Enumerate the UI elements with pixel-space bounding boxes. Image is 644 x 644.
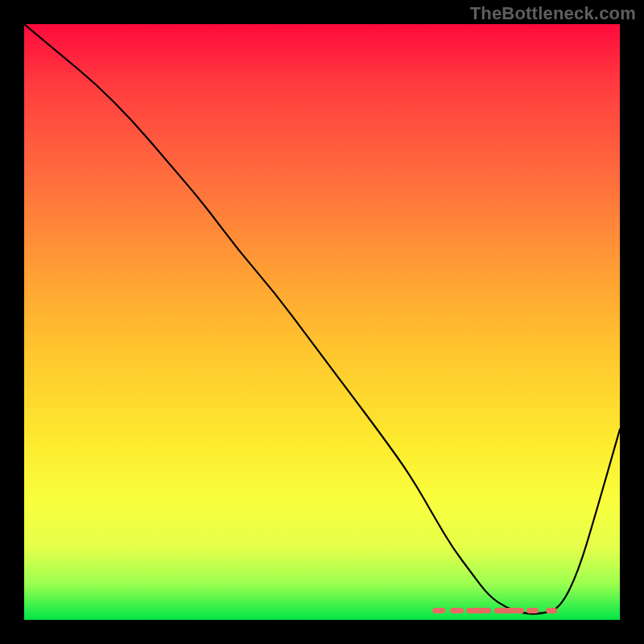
chart-frame: TheBottleneck.com (0, 0, 644, 644)
watermark-text: TheBottleneck.com (470, 3, 636, 24)
bottleneck-curve (24, 24, 620, 614)
chart-svg (24, 24, 620, 620)
plot-area (24, 24, 620, 620)
